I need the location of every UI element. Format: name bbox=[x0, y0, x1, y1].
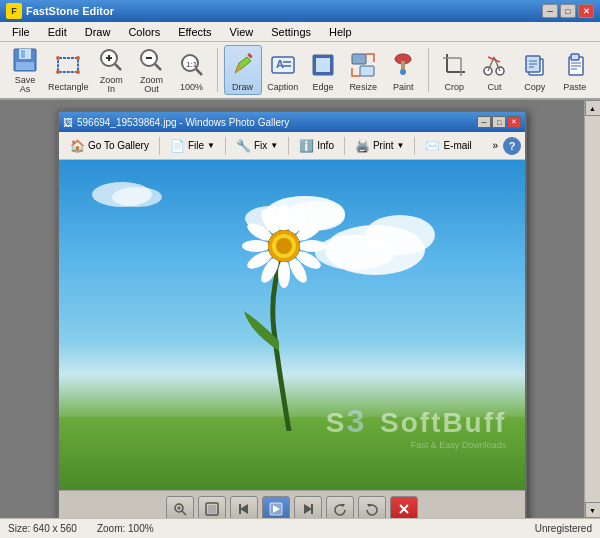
menu-draw[interactable]: Draw bbox=[77, 24, 119, 40]
menu-file[interactable]: File bbox=[4, 24, 38, 40]
menu-view[interactable]: View bbox=[222, 24, 262, 40]
zoom-100-icon: 1:1 bbox=[176, 49, 208, 81]
save-as-button[interactable]: Save As bbox=[6, 45, 44, 95]
svg-point-7 bbox=[56, 70, 60, 74]
photo-window: 🖼 596694_19539864.jpg - Windows Photo Ga… bbox=[57, 110, 527, 518]
daisy-flower bbox=[189, 160, 389, 431]
next-button[interactable] bbox=[294, 496, 322, 519]
photo-toolbar-sep-1 bbox=[159, 137, 160, 155]
toolbar-sep-2 bbox=[428, 48, 429, 92]
paint-button[interactable]: Paint bbox=[384, 45, 422, 95]
svg-text:1:1: 1:1 bbox=[186, 60, 198, 69]
svg-point-57 bbox=[298, 240, 326, 252]
scroll-up-button[interactable]: ▲ bbox=[585, 100, 601, 116]
print-icon: 🖨️ bbox=[355, 139, 370, 153]
svg-rect-81 bbox=[311, 504, 313, 514]
svg-line-71 bbox=[182, 511, 186, 515]
paint-icon bbox=[387, 49, 419, 81]
rectangle-label: Rectangle bbox=[48, 83, 89, 92]
svg-rect-2 bbox=[21, 50, 25, 58]
close-button[interactable]: ✕ bbox=[578, 4, 594, 18]
svg-point-60 bbox=[278, 260, 290, 288]
app-title: FastStone Editor bbox=[26, 5, 542, 17]
rectangle-button[interactable]: Rectangle bbox=[46, 45, 90, 95]
svg-rect-50 bbox=[571, 54, 579, 60]
email-button[interactable]: ✉️ E-mail bbox=[418, 135, 478, 157]
photo-maximize[interactable]: □ bbox=[492, 116, 506, 128]
main-toolbar: Save As Rectangle Zoom In bbox=[0, 42, 600, 100]
photo-area: S3 SoftBuff Fast & Easy Downloads bbox=[59, 160, 525, 490]
zoom-in-label: Zoom In bbox=[95, 76, 127, 94]
crop-label: Crop bbox=[445, 83, 465, 92]
zoom-in-button[interactable]: Zoom In bbox=[92, 45, 130, 95]
info-button[interactable]: ℹ️ Info bbox=[292, 135, 341, 157]
paste-icon bbox=[559, 49, 591, 81]
zoom-out-button[interactable]: Zoom Out bbox=[132, 45, 170, 95]
svg-rect-29 bbox=[330, 55, 333, 75]
actual-size-button[interactable] bbox=[198, 496, 226, 519]
fix-button[interactable]: 🔧 Fix ▼ bbox=[229, 135, 285, 157]
cut-button[interactable]: Cut bbox=[475, 45, 513, 95]
crop-button[interactable]: Crop bbox=[435, 45, 473, 95]
crop-icon bbox=[438, 49, 470, 81]
menu-colors[interactable]: Colors bbox=[120, 24, 168, 40]
photo-window-icon: 🖼 bbox=[63, 117, 73, 128]
file-button[interactable]: 📄 File ▼ bbox=[163, 135, 222, 157]
go-to-gallery-button[interactable]: 🏠 Go To Gallery bbox=[63, 135, 156, 157]
svg-rect-3 bbox=[16, 62, 34, 70]
save-as-label: Save As bbox=[9, 76, 41, 94]
photo-minimize[interactable]: ─ bbox=[477, 116, 491, 128]
resize-label: Resize bbox=[349, 83, 377, 92]
rectangle-icon bbox=[52, 49, 84, 81]
rotate-left-button[interactable] bbox=[326, 496, 354, 519]
menu-edit[interactable]: Edit bbox=[40, 24, 75, 40]
edge-label: Edge bbox=[312, 83, 333, 92]
delete-button[interactable] bbox=[390, 496, 418, 519]
svg-text:A: A bbox=[276, 58, 284, 70]
menu-help[interactable]: Help bbox=[321, 24, 360, 40]
maximize-button[interactable]: □ bbox=[560, 4, 576, 18]
svg-rect-75 bbox=[208, 505, 216, 513]
print-button[interactable]: 🖨️ Print ▼ bbox=[348, 135, 411, 157]
print-label: Print bbox=[373, 140, 394, 151]
main-content: 🖼 596694_19539864.jpg - Windows Photo Ga… bbox=[0, 100, 584, 518]
zoom-100-button[interactable]: 1:1 100% bbox=[173, 45, 211, 95]
photo-close[interactable]: ✕ bbox=[507, 116, 521, 128]
help-button[interactable]: ? bbox=[503, 137, 521, 155]
print-dropdown-icon: ▼ bbox=[397, 141, 405, 150]
draw-button[interactable]: Draw bbox=[224, 45, 262, 95]
svg-rect-25 bbox=[315, 57, 331, 73]
email-label: E-mail bbox=[443, 140, 471, 151]
slideshow-button[interactable] bbox=[262, 496, 290, 519]
photo-toolbar-sep-5 bbox=[414, 137, 415, 155]
paste-button[interactable]: Paste bbox=[556, 45, 594, 95]
caption-button[interactable]: A Caption bbox=[264, 45, 302, 95]
edge-button[interactable]: Edge bbox=[304, 45, 342, 95]
menu-settings[interactable]: Settings bbox=[263, 24, 319, 40]
scroll-down-button[interactable]: ▼ bbox=[585, 502, 601, 518]
rotate-right-button[interactable] bbox=[358, 496, 386, 519]
menu-effects[interactable]: Effects bbox=[170, 24, 219, 40]
photo-toolbar-sep-3 bbox=[288, 137, 289, 155]
main-wrapper: 🖼 596694_19539864.jpg - Windows Photo Ga… bbox=[0, 100, 600, 518]
cut-icon bbox=[478, 49, 510, 81]
svg-point-54 bbox=[278, 204, 290, 232]
svg-point-34 bbox=[400, 69, 406, 75]
zoom-mode-button[interactable] bbox=[166, 496, 194, 519]
cut-label: Cut bbox=[487, 83, 501, 92]
resize-icon bbox=[347, 49, 379, 81]
info-icon: ℹ️ bbox=[299, 139, 314, 153]
copy-button[interactable]: Copy bbox=[516, 45, 554, 95]
caption-icon: A bbox=[267, 49, 299, 81]
minimize-button[interactable]: ─ bbox=[542, 4, 558, 18]
svg-point-5 bbox=[56, 56, 60, 60]
svg-rect-31 bbox=[360, 66, 374, 76]
scrollbar[interactable]: ▲ ▼ bbox=[584, 100, 600, 518]
svg-point-6 bbox=[76, 56, 80, 60]
cloud-left bbox=[82, 177, 182, 217]
photo-window-title: 596694_19539864.jpg - Windows Photo Gall… bbox=[77, 117, 477, 128]
resize-button[interactable]: Resize bbox=[344, 45, 382, 95]
more-button[interactable]: » bbox=[489, 140, 501, 151]
prev-button[interactable] bbox=[230, 496, 258, 519]
svg-line-15 bbox=[155, 64, 161, 70]
